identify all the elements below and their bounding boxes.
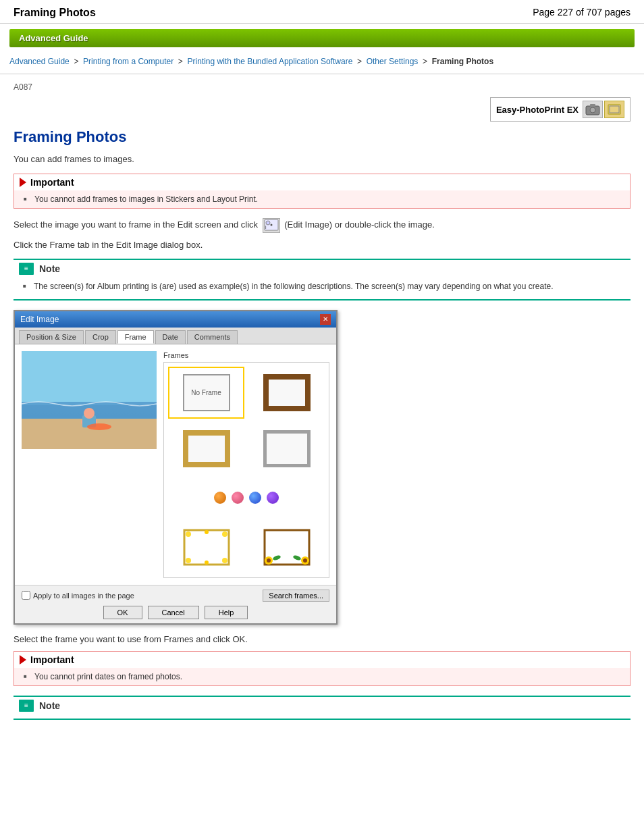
- page-number: Page 227 of 707 pages: [533, 7, 630, 18]
- svg-point-19: [186, 558, 191, 563]
- dialog-photo-area: [22, 351, 157, 578]
- frames-label: Frames: [163, 351, 329, 359]
- svg-point-27: [303, 558, 307, 563]
- important-triangle-icon-2: [20, 655, 26, 664]
- article-id: A087: [14, 82, 630, 92]
- body-text-2: Click the Frame tab in the Edit Image di…: [14, 238, 630, 252]
- apply-all-label: Apply to all images in the page: [33, 592, 134, 600]
- frames-grid[interactable]: No Frame: [163, 362, 329, 578]
- apply-all-checkbox[interactable]: [22, 591, 30, 600]
- dialog-bottom: Apply to all images in the page Search f…: [15, 585, 336, 623]
- dialog-body: Frames No Frame: [15, 344, 336, 585]
- content-area: A087 Easy-PhotoPrint EX: [0, 74, 644, 735]
- article-intro: You can add frames to images.: [14, 154, 630, 164]
- frame-flower1-box: [183, 529, 230, 566]
- breadcrumb-link-1[interactable]: Advanced Guide: [9, 57, 70, 66]
- tab-position-size[interactable]: Position & Size: [19, 330, 84, 344]
- important-content-1: You cannot add frames to images in Stick…: [14, 190, 630, 208]
- ball-orange: [214, 492, 226, 504]
- logo-icon-2: [604, 101, 624, 118]
- important-label-1: Important: [30, 177, 74, 188]
- important-label-2: Important: [30, 654, 74, 665]
- frame-option-brown[interactable]: [248, 367, 325, 419]
- svg-point-18: [222, 531, 227, 537]
- breadcrumb-current: Framing Photos: [432, 57, 493, 66]
- frame-flower2-box: [263, 529, 311, 566]
- svg-rect-16: [184, 530, 229, 565]
- important-item-2: You cannot print dates on framed photos.: [24, 672, 620, 681]
- frame-brown-box: [263, 374, 311, 411]
- frame-gray-box: [263, 430, 311, 467]
- dialog-frames-area: Frames No Frame: [163, 351, 329, 578]
- tab-frame[interactable]: Frame: [117, 330, 154, 344]
- frame-option-balls[interactable]: [168, 479, 325, 517]
- note-item-1: The screen(s) for Album printing is (are…: [23, 280, 621, 292]
- svg-point-29: [292, 554, 301, 561]
- note-header-2: ≡ Note: [14, 697, 630, 714]
- note-content-1: The screen(s) for Album printing is (are…: [14, 278, 630, 295]
- important-header-2: Important: [14, 652, 630, 668]
- dialog-close-button[interactable]: ✕: [320, 314, 331, 325]
- logo-text: Easy-PhotoPrint EX: [496, 105, 579, 115]
- breadcrumb-link-2[interactable]: Printing from a Computer: [83, 57, 173, 66]
- dialog-titlebar: Edit Image ✕: [15, 311, 336, 328]
- page-header: Framing Photos Page 227 of 707 pages: [0, 0, 644, 24]
- note-label-2: Note: [39, 700, 60, 711]
- breadcrumb: Advanced Guide > Printing from a Compute…: [0, 53, 644, 74]
- svg-rect-2: [590, 104, 595, 107]
- logo-icons: [583, 101, 624, 118]
- article-heading: Framing Photos: [14, 128, 630, 146]
- svg-point-20: [222, 558, 227, 563]
- svg-point-15: [87, 423, 111, 430]
- ball-purple: [267, 492, 279, 504]
- logo-area: Easy-PhotoPrint EX: [14, 97, 630, 122]
- important-header-1: Important: [14, 174, 630, 190]
- tab-crop[interactable]: Crop: [85, 330, 116, 344]
- note-box-1: ≡ Note The screen(s) for Album printing …: [14, 259, 630, 301]
- important-box-2: Important You cannot print dates on fram…: [14, 651, 630, 686]
- tab-date[interactable]: Date: [155, 330, 186, 344]
- help-button[interactable]: Help: [205, 606, 248, 619]
- svg-point-25: [267, 558, 271, 563]
- note-box-2: ≡ Note: [14, 696, 630, 720]
- svg-point-6: [266, 221, 270, 225]
- frame-option-gray[interactable]: [248, 423, 325, 475]
- important-content-2: You cannot print dates on framed photos.: [14, 668, 630, 685]
- logo-box: Easy-PhotoPrint EX: [490, 97, 630, 122]
- frame-option-flower2[interactable]: [248, 521, 325, 573]
- svg-point-14: [84, 408, 95, 419]
- ball-pink: [232, 492, 244, 504]
- frame-option-tan[interactable]: [168, 423, 244, 475]
- dialog-button-row: OK Cancel Help: [22, 606, 329, 619]
- cancel-button[interactable]: Cancel: [148, 606, 199, 619]
- ok-button[interactable]: OK: [103, 606, 142, 619]
- dialog-tabs: Position & Size Crop Frame Date Comments: [15, 328, 336, 344]
- edit-image-dialog: Edit Image ✕ Position & Size Crop Frame …: [14, 310, 338, 625]
- frame-balls-container: [209, 486, 284, 509]
- page-title: Framing Photos: [14, 7, 96, 19]
- body-text-1-main: Select the image you want to frame in th…: [14, 220, 258, 230]
- body-text-1: Select the image you want to frame in th…: [14, 218, 630, 233]
- breadcrumb-link-4[interactable]: Other Settings: [367, 57, 419, 66]
- apply-all-checkbox-row[interactable]: Apply to all images in the page: [22, 591, 134, 600]
- frame-option-flower1[interactable]: [168, 521, 244, 573]
- tab-comments[interactable]: Comments: [187, 330, 238, 344]
- note-book-icon: ≡: [19, 263, 34, 275]
- breadcrumb-link-3[interactable]: Printing with the Bundled Application So…: [187, 57, 352, 66]
- frame-option-noframe[interactable]: No Frame: [168, 367, 244, 419]
- important-item-1: You cannot add frames to images in Stick…: [24, 194, 620, 204]
- banner-label: Advanced Guide: [19, 33, 88, 43]
- svg-point-28: [272, 554, 281, 561]
- ball-blue: [249, 492, 261, 504]
- note-book-icon-2: ≡: [19, 700, 34, 712]
- svg-point-22: [205, 561, 209, 565]
- photo-preview: [22, 351, 157, 449]
- svg-point-17: [186, 531, 191, 537]
- frame-tan-box: [183, 430, 230, 467]
- frame-noframe-box: No Frame: [183, 374, 230, 411]
- select-frame-text: Select the frame you want to use from Fr…: [14, 634, 630, 644]
- logo-icon-1: [583, 101, 603, 118]
- search-frames-button[interactable]: Search frames...: [263, 590, 329, 602]
- svg-point-8: [270, 224, 272, 226]
- important-triangle-icon: [20, 178, 26, 187]
